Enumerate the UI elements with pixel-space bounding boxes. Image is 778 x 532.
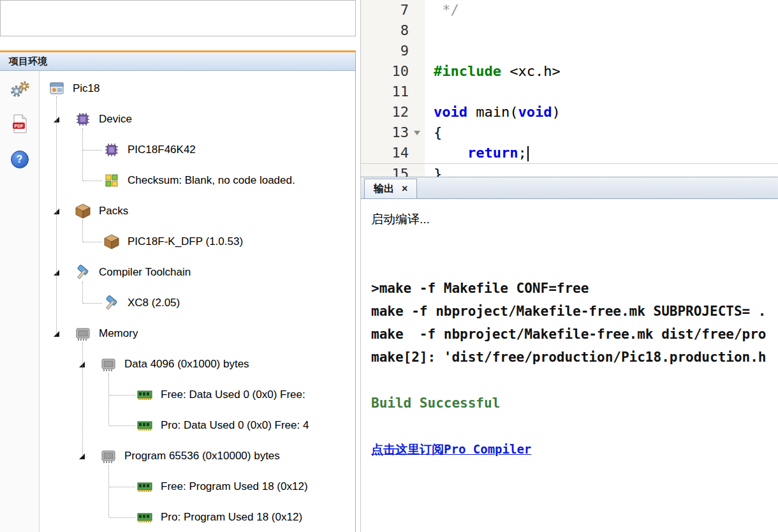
tree-connector (110, 395, 135, 395)
code-line-10[interactable]: 10 #include <xc.h> (361, 61, 778, 82)
tree-item-program-free[interactable]: Free: Program Used 18 (0x12) (40, 471, 355, 502)
svg-text:PDF: PDF (14, 124, 24, 128)
tree-item-label: Program 65536 (0x10000) bytes (124, 450, 280, 462)
output-line-blank (361, 254, 778, 277)
code-fold-icon[interactable] (414, 131, 420, 135)
code-line-11[interactable]: 11 (361, 82, 778, 102)
output-line-start-compile: 启动编译... (361, 208, 778, 231)
code-line-9[interactable]: 9 (361, 41, 778, 61)
pdf-icon: PDF (11, 114, 28, 136)
memory-icon (100, 448, 117, 464)
code-line-15[interactable]: 15 } (361, 164, 778, 177)
tree-connector (110, 425, 135, 426)
tab-output[interactable]: 输出 × (364, 179, 417, 198)
dashboard-panel: 项目环境 PDF ? (0, 50, 356, 532)
tree-connector (110, 517, 135, 518)
close-icon[interactable]: × (402, 184, 407, 194)
code-editor[interactable]: 7 */ 8 9 10 #include <xc.h> 11 12 void m… (360, 0, 778, 177)
tree-item-label: Checksum: Blank, no code loaded. (128, 174, 295, 187)
tree-item-device[interactable]: Device (40, 104, 355, 135)
code-line-7[interactable]: 7 */ (361, 0, 778, 20)
package-icon (103, 233, 120, 250)
help-button[interactable]: ? (10, 150, 30, 169)
output-line-blank (361, 231, 778, 254)
help-icon: ? (11, 151, 29, 168)
output-line-blank (361, 369, 778, 392)
chip-icon (75, 111, 91, 128)
tree-connector (83, 181, 102, 181)
tree-connector-line (82, 220, 83, 242)
text-cursor (527, 146, 529, 161)
tree-item-pic18f-k-dfp[interactable]: PIC18F-K_DFP (1.0.53) (40, 226, 355, 257)
tree-connector (83, 303, 102, 304)
tree-connector-line (108, 373, 109, 425)
output-line-make-2: make -f nbproject/Makefile-free.mk SUBPR… (361, 300, 778, 323)
output-panel: 启动编译... >make -f Makefile CONF=free make… (360, 198, 778, 532)
tree-item-data-free[interactable]: Free: Data Used 0 (0x0) Free: (40, 380, 355, 410)
tree-connector (83, 242, 102, 242)
line-number-gutter: 11 (361, 82, 425, 102)
tree-connector (83, 150, 102, 151)
output-line-make-3: make -f nbproject/Makefile-free.mk dist/… (361, 323, 778, 346)
pro-compiler-link[interactable]: 点击这里订阅Pro Compiler (371, 442, 531, 456)
tree-item-program-pro[interactable]: Pro: Program Used 18 (0x12) (40, 502, 355, 532)
chip-icon (103, 142, 120, 158)
output-line-blank (361, 415, 778, 438)
tree-connector-line (56, 96, 57, 334)
output-tabbar: 输出 × (360, 177, 778, 198)
tree-item-program-memory[interactable]: Program 65536 (0x10000) bytes (40, 441, 355, 471)
line-number-gutter: 9 (361, 41, 425, 61)
tree-item-label: Pro: Data Used 0 (0x0) Free: 4 (161, 419, 309, 432)
ram-icon (136, 509, 153, 526)
tree-item-label: Compiler Toolchain (99, 266, 191, 279)
tree-item-label: PIC18F-K_DFP (1.0.53) (128, 235, 243, 248)
output-line-make-4: make[2]: 'dist/free/production/Pic18.pro… (361, 346, 778, 369)
code-line-12[interactable]: 12 void main(void) (361, 102, 778, 122)
tree-item-compiler-toolchain[interactable]: Compiler Toolchain (40, 257, 355, 288)
code-line-14[interactable]: 14 return; (361, 143, 778, 164)
tree-item-label: Device (99, 113, 132, 126)
package-icon (75, 203, 91, 219)
output-line-make-1: >make -f Makefile CONF=free (361, 277, 778, 300)
memory-icon (100, 356, 117, 373)
hammer-icon (103, 295, 120, 311)
line-number-gutter: 13 (361, 122, 425, 143)
tree-connector (110, 487, 135, 487)
tree-connector-line (108, 465, 109, 517)
project-icon (48, 80, 65, 97)
gears-icon (10, 80, 30, 101)
tree-item-label: Free: Program Used 18 (0x12) (161, 480, 308, 493)
memory-icon (75, 325, 91, 342)
pdf-export-button[interactable]: PDF (10, 115, 30, 135)
tree-item-checksum[interactable]: Checksum: Blank, no code loaded. (40, 165, 355, 196)
line-number-gutter: 12 (361, 102, 425, 122)
project-properties-button[interactable] (10, 81, 30, 100)
tree-item-packs[interactable]: Packs (40, 196, 355, 226)
output-tab-label: 输出 (374, 182, 394, 196)
ram-icon (136, 417, 153, 434)
tree-item-label: Memory (99, 327, 138, 340)
tree-item-pic18f46k42[interactable]: PIC18F46K42 (40, 135, 355, 165)
code-line-13[interactable]: 13 { (361, 122, 778, 143)
tree-item-memory[interactable]: Memory (40, 318, 355, 349)
line-number-gutter: 8 (361, 20, 425, 41)
tree-item-xc8[interactable]: XC8 (2.05) (40, 288, 355, 318)
hammer-icon (75, 264, 91, 281)
line-number-gutter: 15 (361, 164, 425, 177)
tree-item-label: Packs (99, 205, 128, 218)
code-line-8[interactable]: 8 (361, 20, 778, 41)
line-number-gutter: 14 (361, 143, 425, 163)
tree-item-label: Free: Data Used 0 (0x0) Free: (161, 388, 305, 401)
tree-item-data-pro[interactable]: Pro: Data Used 0 (0x0) Free: 4 (40, 410, 355, 441)
line-number-gutter: 7 (361, 0, 425, 20)
checksum-icon (103, 172, 120, 189)
tree-connector-line (82, 281, 83, 303)
tree-connector-line (82, 343, 83, 456)
tree-item-label: Pro: Program Used 18 (0x12) (161, 511, 302, 524)
dashboard-header: 项目环境 (0, 50, 355, 71)
tree-item-pic18[interactable]: Pic18 (40, 73, 355, 104)
dashboard-tree: Pic18 Device PIC18F46K42 Checksum: Blank… (40, 71, 355, 532)
tree-item-label: XC8 (2.05) (128, 297, 180, 309)
tree-item-data-memory[interactable]: Data 4096 (0x1000) bytes (40, 349, 355, 380)
tree-connector-line (82, 128, 83, 181)
